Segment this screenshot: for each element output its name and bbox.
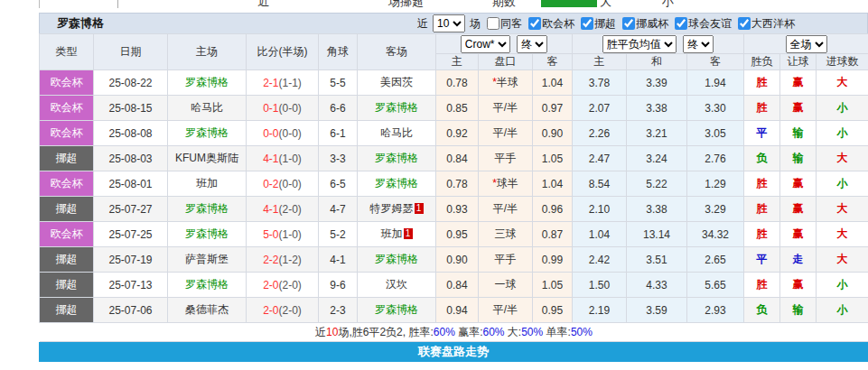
league-checkbox-norway-cup[interactable]: [622, 17, 635, 30]
eu-draw-odds: 3.59: [627, 298, 687, 323]
ah-home-odds: 0.90: [436, 247, 479, 273]
eu-away-odds: 2.76: [687, 146, 744, 171]
eu-home-odds: 1.50: [573, 273, 627, 298]
result-wdl: 胜: [744, 70, 780, 96]
away-team-link[interactable]: 罗森博格: [358, 247, 436, 273]
summary-segment: 场,胜6平2负2, 胜率:: [338, 326, 433, 338]
home-team-link[interactable]: 桑德菲杰: [168, 298, 247, 323]
home-team-link[interactable]: 罗森博格: [168, 70, 247, 96]
match-date: 25-07-27: [94, 197, 168, 222]
eu-home-odds: 2.26: [573, 121, 627, 146]
euro-odds-state-select[interactable]: 终: [683, 35, 714, 53]
ah-line: 平/半: [479, 197, 533, 222]
summary-segment: 50%: [571, 326, 593, 338]
result-handicap: 赢: [780, 273, 817, 298]
home-team-link[interactable]: 萨普斯堡: [168, 247, 247, 273]
same-away-label: 同客: [500, 16, 522, 32]
away-team-link[interactable]: 班加1: [358, 222, 436, 247]
match-date: 25-07-13: [94, 273, 168, 298]
summary-segment: 大:: [505, 326, 522, 338]
home-team-link[interactable]: 班加: [168, 171, 247, 197]
result-wdl: 负: [744, 298, 780, 323]
subheader-eu-draw: 和: [627, 54, 687, 70]
home-team-link[interactable]: 罗森博格: [168, 197, 247, 222]
ah-line: 平手: [479, 146, 533, 171]
score-cell: 5-0(1-0): [247, 222, 319, 247]
ah-away-odds: 0.99: [533, 247, 573, 273]
corner-count: 4-1: [319, 247, 358, 273]
league-handicap-trend-button[interactable]: 联赛盘路走势: [39, 342, 868, 362]
summary-segment: 单率:: [543, 326, 571, 338]
corner-count: 6-1: [319, 121, 358, 146]
away-team-link[interactable]: 美因茨: [358, 70, 436, 96]
match-date: 25-08-15: [94, 96, 168, 121]
away-team-link[interactable]: 汉坎: [358, 273, 436, 298]
result-goals: 小: [817, 273, 868, 298]
home-team-link[interactable]: 哈马比: [168, 96, 247, 121]
scope-dropdown-cell: 全场: [744, 34, 868, 54]
eu-home-odds: 8.54: [573, 171, 627, 197]
ah-line: 平/半: [479, 96, 533, 121]
col-header-type: 类型: [40, 34, 94, 70]
result-goals: 大: [817, 247, 868, 273]
summary-segment: 60%: [482, 326, 504, 338]
match-date: 25-08-08: [94, 121, 168, 146]
away-team-link[interactable]: 罗森博格: [358, 298, 436, 323]
league-checkbox-eliteserien[interactable]: [581, 17, 593, 30]
away-team-link[interactable]: 罗森博格: [358, 96, 436, 121]
subheader-ah-away: 客: [533, 54, 573, 70]
away-team-link[interactable]: 罗森博格: [358, 171, 436, 197]
corner-count: 5-2: [319, 222, 358, 247]
home-team-link[interactable]: KFUM奥斯陆: [168, 146, 247, 171]
league-type-badge: 挪超: [40, 298, 94, 323]
subheader-result-handicap: 让球: [780, 54, 817, 70]
home-team-link[interactable]: 罗森博格: [168, 222, 247, 247]
home-team-link[interactable]: 罗森博格: [168, 273, 247, 298]
summary-segment: 60%: [434, 326, 455, 338]
bookmaker-select[interactable]: Crow*: [461, 35, 510, 53]
result-wdl: 胜: [744, 96, 780, 121]
recent-count-select[interactable]: 10: [433, 14, 465, 32]
result-handicap: 赢: [780, 171, 817, 197]
summary-segment: 10: [326, 326, 338, 338]
divider: [117, 0, 118, 8]
col-header-home: 主场: [168, 34, 247, 70]
bookmaker-state-select[interactable]: 终: [517, 35, 547, 53]
league-checkbox-friendly[interactable]: [675, 17, 687, 30]
result-wdl: 负: [744, 146, 780, 171]
clipped-row-above: 近 场挪超 期数 大 小: [0, 0, 868, 8]
result-goals: 大: [817, 197, 868, 222]
match-date: 25-07-25: [94, 222, 168, 247]
league-label: 球会友谊: [688, 16, 732, 32]
match-history-panel: 近 场挪超 期数 大 小 罗森博格 近 10 场 同客 欧会杯: [0, 0, 868, 370]
scope-select[interactable]: 全场: [786, 35, 827, 53]
ah-away-odds: 0.87: [533, 222, 573, 247]
recent-label: 近: [417, 16, 428, 32]
eu-home-odds: 1.04: [573, 222, 627, 247]
league-checkbox-atlantic-cup[interactable]: [738, 17, 751, 30]
subheader-ah-home: 主: [436, 54, 479, 70]
result-handicap: 赢: [780, 197, 817, 222]
clipped-text: 小: [662, 0, 674, 8]
eu-draw-odds: 3.51: [627, 247, 687, 273]
subheader-result-wdl: 胜负: [744, 54, 780, 70]
away-team-link[interactable]: 哈马比: [358, 121, 436, 146]
match-date: 25-08-22: [94, 70, 168, 96]
league-type-badge: 挪超: [40, 146, 94, 171]
match-row: 欧会杯25-08-08罗森博格0-0(0-0)6-1哈马比0.92平/半0.90…: [40, 121, 868, 146]
league-checkbox-europa[interactable]: [528, 17, 541, 30]
euro-odds-select[interactable]: 胜平负均值: [602, 35, 677, 53]
ah-line: 平/半: [479, 121, 533, 146]
score-cell: 0-1(0-0): [247, 96, 319, 121]
away-team-link[interactable]: 罗森博格: [358, 146, 436, 171]
ah-home-odds: 0.92: [436, 121, 479, 146]
recent-suffix: 场: [470, 16, 481, 32]
result-wdl: 胜: [744, 222, 780, 247]
team-name-title: 罗森博格: [57, 15, 104, 32]
same-away-checkbox[interactable]: [487, 17, 499, 30]
match-row: 挪超25-07-06桑德菲杰2-0(2-0)2-3罗森博格0.94平/半0.95…: [40, 298, 868, 323]
ah-away-odds: 0.90: [533, 121, 573, 146]
ah-line: 平手: [479, 247, 533, 273]
away-team-link[interactable]: 特罗姆瑟1: [358, 197, 436, 222]
home-team-link[interactable]: 罗森博格: [168, 121, 247, 146]
